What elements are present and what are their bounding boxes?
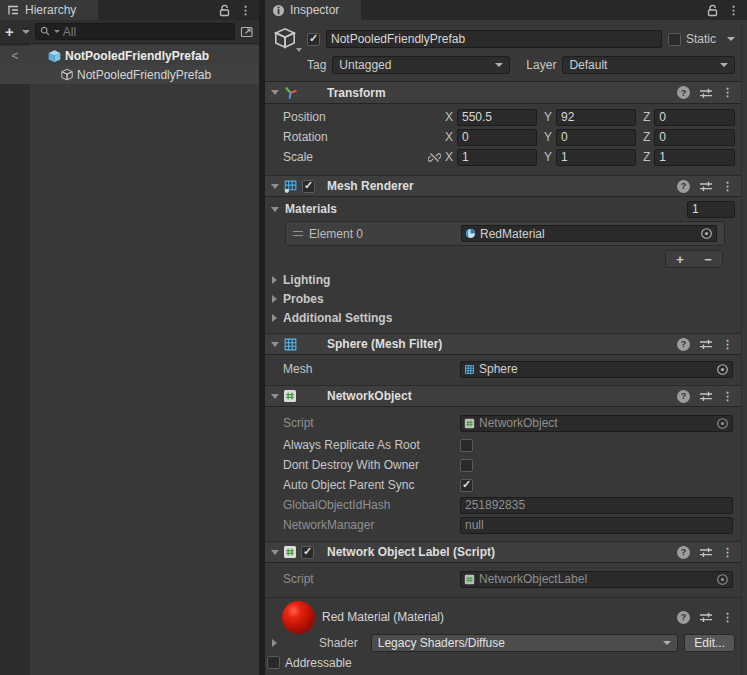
back-arrow-icon[interactable] [0,49,30,63]
unity-editor: Hierarchy + [0,0,747,675]
prefab-root-label: NotPooledFriendlyPrefab [65,49,209,63]
materials-label: Materials [285,202,337,216]
probes-foldout-row[interactable]: Probes [265,289,741,308]
material-object-field[interactable]: RedMaterial [461,225,717,242]
material-element-row[interactable]: Element 0 RedMaterial [289,224,721,243]
search-filter-arrow[interactable] [54,30,60,33]
gameobject-expand-arrow [296,48,302,52]
presets-icon[interactable] [699,390,713,402]
auto-parent-sync-checkbox[interactable] [460,479,473,492]
global-object-id-hash-input[interactable] [460,497,733,514]
help-icon[interactable] [677,180,690,193]
prefab-mode-gutter [0,44,30,675]
materials-list: Element 0 RedMaterial [285,221,725,246]
gameobject-name-input[interactable] [326,30,662,48]
help-icon[interactable] [677,86,690,99]
link-off-icon[interactable] [428,151,441,164]
help-icon[interactable] [677,390,690,403]
active-checkbox[interactable] [307,33,320,46]
addressable-checkbox[interactable] [267,656,280,669]
material-preview-sphere[interactable] [282,601,315,634]
transform-icon [283,85,298,100]
presets-icon[interactable] [699,338,713,350]
position-y-input[interactable] [556,109,636,126]
help-icon[interactable] [677,546,690,559]
script-icon [464,418,475,429]
prefab-root-row[interactable]: NotPooledFriendlyPrefab [0,46,259,65]
add-element-button[interactable]: + [666,251,694,267]
gameobject-icon-button[interactable] [273,26,301,52]
add-gameobject-button[interactable]: + [5,24,30,39]
scale-x-input[interactable] [457,149,537,166]
object-picker-icon[interactable] [716,573,729,586]
presets-icon[interactable] [699,87,713,99]
static-checkbox[interactable] [668,33,681,46]
hierarchy-toolbar: + [0,20,259,44]
component-menu-icon[interactable] [722,87,733,98]
unlock-icon[interactable] [219,4,230,17]
component-menu-icon[interactable] [722,391,733,402]
scale-z-input[interactable] [654,149,735,166]
mesh-renderer-enabled-checkbox[interactable] [302,180,315,193]
rotation-z-input[interactable] [654,129,735,146]
always-replicate-checkbox[interactable] [460,439,473,452]
script-object-field[interactable]: NetworkObject [460,415,733,432]
presets-icon[interactable] [699,611,713,623]
material-foldout[interactable] [272,639,277,647]
position-z-input[interactable] [654,109,735,126]
drag-handle-icon[interactable] [293,231,303,236]
script-object-field[interactable]: NetworkObjectLabel [460,571,733,588]
tag-dropdown[interactable]: Untagged [332,56,510,74]
component-menu-icon[interactable] [722,547,733,558]
inspector-scrollbar[interactable] [741,20,747,675]
dont-destroy-checkbox[interactable] [460,459,473,472]
component-menu-icon[interactable] [722,181,733,192]
remove-element-button[interactable]: − [694,251,722,267]
materials-size-input[interactable] [687,201,735,218]
script-enabled-checkbox[interactable] [301,546,314,559]
pop-out-icon[interactable] [240,25,254,38]
search-icon [40,26,51,37]
network-object-label-foldout[interactable] [271,550,279,555]
network-object-foldout[interactable] [271,394,279,399]
inspector-menu-icon[interactable] [728,5,739,16]
hierarchy-menu-icon[interactable] [240,5,251,16]
tag-label: Tag [307,58,326,72]
mesh-filter-icon [283,337,298,352]
script-icon [283,545,297,559]
unlock-icon[interactable] [707,4,718,17]
edit-shader-button[interactable]: Edit... [684,634,735,652]
child-object-row[interactable]: NotPooledFriendlyPrefab [0,65,259,84]
layer-dropdown[interactable]: Default [562,56,735,74]
rotation-x-input[interactable] [457,129,537,146]
object-picker-icon[interactable] [716,417,729,430]
component-menu-icon[interactable] [722,339,733,350]
object-picker-icon[interactable] [716,363,729,376]
rotation-y-input[interactable] [556,129,636,146]
help-icon[interactable] [677,611,690,624]
component-menu-icon[interactable] [722,612,733,623]
tab-inspector[interactable]: Inspector [265,0,361,20]
shader-dropdown[interactable]: Legacy Shaders/Diffuse [371,634,679,652]
hierarchy-search[interactable] [35,23,235,40]
mesh-object-field[interactable]: Sphere [460,361,733,378]
search-input[interactable] [63,25,230,39]
script-row: Script NetworkObject [265,411,741,435]
tab-hierarchy-label: Hierarchy [25,3,76,17]
presets-icon[interactable] [699,546,713,558]
tab-hierarchy[interactable]: Hierarchy [0,0,98,20]
network-manager-input[interactable] [460,517,733,534]
static-dropdown-arrow[interactable] [727,37,735,41]
additional-settings-foldout-row[interactable]: Additional Settings [265,308,741,327]
help-icon[interactable] [677,338,690,351]
mesh-icon [464,364,475,375]
scale-y-input[interactable] [556,149,636,166]
mesh-renderer-foldout[interactable] [271,184,279,189]
transform-foldout[interactable] [271,90,279,95]
presets-icon[interactable] [699,180,713,192]
lighting-foldout-row[interactable]: Lighting [265,270,741,289]
materials-foldout[interactable] [271,207,279,212]
position-x-input[interactable] [457,109,537,126]
mesh-filter-foldout[interactable] [271,342,279,347]
object-picker-icon[interactable] [700,227,713,240]
